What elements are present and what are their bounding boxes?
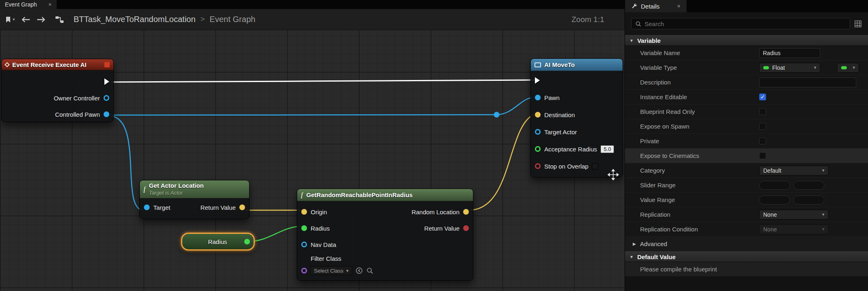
tab-event-graph[interactable]: Event Graph × — [0, 0, 57, 9]
exec-in-pin[interactable] — [535, 77, 540, 84]
details-tabstrip: Details × — [625, 0, 868, 12]
close-icon[interactable]: × — [677, 3, 680, 9]
filter-class-pin[interactable] — [301, 268, 307, 273]
acceptance-radius-input[interactable] — [601, 145, 614, 153]
chevron-down-icon: ▾ — [822, 168, 824, 173]
radius-out-pin[interactable] — [244, 239, 250, 244]
breadcrumb-current[interactable]: Event Graph — [210, 15, 255, 24]
node-title: AI MoveTo — [544, 61, 575, 68]
bookmark-button[interactable]: ▾ — [5, 16, 15, 23]
blueprint-read-only-checkbox[interactable] — [759, 108, 766, 115]
wrench-icon — [631, 3, 637, 9]
unreal-blueprint-editor: Event Receive Execute AI Owner Controlle… — [0, 0, 868, 291]
pin-label: Return Value — [424, 225, 459, 232]
replication-condition-dropdown: None ▾ — [759, 224, 828, 234]
pin-label: Origin — [311, 209, 327, 215]
node-event-receive-execute-ai[interactable]: Event Receive Execute AI Owner Controlle… — [1, 59, 114, 122]
destination-pin[interactable] — [535, 112, 541, 118]
origin-pin[interactable] — [301, 209, 307, 215]
function-icon: f — [301, 191, 303, 199]
node-get-random-reachable-point[interactable]: f GetRandomReachablePointInRadius Origin… — [297, 189, 473, 281]
section-variable[interactable]: ▼ Variable — [625, 35, 868, 46]
move-cursor-icon — [607, 169, 619, 180]
search-box[interactable] — [631, 18, 850, 29]
chevron-down-icon: ▾ — [822, 212, 824, 217]
exec-out-pin[interactable] — [104, 78, 109, 85]
row-label: Replication — [640, 211, 670, 218]
pin-label: Random Location — [411, 209, 459, 215]
collapse-icon: ▼ — [629, 38, 634, 43]
tab-label: Details — [641, 3, 660, 10]
search-input[interactable] — [645, 20, 846, 27]
graph-canvas[interactable]: Event Receive Execute AI Owner Controlle… — [0, 0, 625, 291]
random-location-pin[interactable] — [463, 209, 469, 215]
row-advanced[interactable]: ▶ Advanced — [625, 237, 868, 251]
tab-details[interactable]: Details × — [625, 0, 687, 12]
variable-name-input[interactable] — [759, 48, 820, 58]
select-class-dropdown[interactable]: Select Class ▾ — [310, 266, 352, 275]
replication-dropdown[interactable]: None ▾ — [759, 210, 828, 220]
node-radius-variable[interactable]: Radius — [181, 233, 255, 251]
section-default-value[interactable]: ▼ Default Value — [625, 251, 868, 262]
row-label: Category — [640, 167, 665, 174]
node-ai-move-to[interactable]: AI MoveTo Pawn Destination — [530, 58, 623, 178]
return-value-pin[interactable] — [239, 204, 245, 210]
pin-label: Nav Data — [311, 241, 336, 248]
value-range-min-input[interactable] — [759, 195, 790, 204]
chevron-down-icon: ▾ — [853, 65, 855, 70]
pin-label: Filter Class — [311, 255, 341, 262]
browse-icon[interactable] — [366, 267, 373, 274]
slider-range-max-input[interactable] — [793, 181, 824, 190]
back-button[interactable] — [21, 16, 31, 23]
forward-button[interactable] — [36, 16, 46, 23]
nav-data-pin[interactable] — [301, 242, 307, 247]
reroute-node[interactable] — [494, 112, 499, 118]
replication-condition-value: None — [763, 226, 777, 233]
node-get-actor-location[interactable]: f Get Actor Location Target is Actor Tar… — [139, 180, 250, 219]
row-slider-range: Slider Range — [625, 178, 868, 193]
select-class-label: Select Class — [314, 268, 343, 274]
stop-on-overlap-pin[interactable] — [535, 163, 541, 169]
pawn-pin[interactable] — [535, 95, 541, 100]
variable-type-dropdown[interactable]: Float ▾ — [759, 63, 820, 73]
graph-tabstrip: Event Graph × — [0, 0, 625, 9]
row-replication: Replication None ▾ — [625, 207, 868, 222]
return-value-pin[interactable] — [463, 225, 469, 231]
acceptance-radius-pin[interactable] — [535, 146, 541, 152]
use-asset-icon[interactable] — [356, 267, 363, 274]
controlled-pawn-pin[interactable] — [104, 111, 109, 117]
expose-on-spawn-checkbox[interactable] — [759, 123, 766, 130]
row-label: Instance Editable — [640, 93, 687, 100]
slider-range-min-input[interactable] — [759, 181, 790, 190]
private-checkbox[interactable] — [759, 138, 766, 144]
instance-editable-checkbox[interactable] — [759, 93, 766, 100]
chevron-down-icon: ▾ — [346, 268, 349, 273]
pin-label: Owner Controller — [54, 95, 100, 102]
zoom-level: Zoom 1:1 — [572, 15, 604, 24]
value-range-max-input[interactable] — [793, 195, 824, 204]
wire-destination — [470, 114, 535, 210]
tab-label: Event Graph — [5, 1, 37, 8]
wire-controlled-pawn — [111, 115, 497, 115]
owner-controller-pin[interactable] — [104, 95, 109, 101]
stop-on-overlap-checkbox[interactable] — [592, 163, 598, 169]
category-value: Default — [763, 167, 781, 174]
pin-label: Controlled Pawn — [55, 111, 100, 118]
row-variable-type: Variable Type Float ▾ ▾ — [625, 60, 868, 75]
variable-label: Radius — [208, 238, 227, 245]
radius-pin[interactable] — [301, 225, 307, 231]
category-dropdown[interactable]: Default ▾ — [759, 166, 828, 175]
graph-editor: Event Receive Execute AI Owner Controlle… — [0, 0, 625, 291]
container-type-dropdown[interactable]: ▾ — [837, 63, 859, 73]
breadcrumb-root[interactable]: BTTask_MoveToRandomLocation — [74, 15, 196, 24]
node-subtitle: Target is Actor — [149, 190, 203, 196]
target-pin[interactable] — [144, 204, 150, 210]
node-title: Event Receive Execute AI — [12, 61, 86, 68]
row-label: Value Range — [640, 196, 675, 203]
close-icon[interactable]: × — [49, 1, 52, 8]
property-matrix-icon[interactable] — [854, 20, 862, 28]
target-actor-pin[interactable] — [535, 129, 541, 135]
graph-icon — [55, 16, 64, 24]
expose-to-cinematics-checkbox[interactable] — [759, 152, 766, 159]
description-input[interactable] — [759, 78, 856, 87]
